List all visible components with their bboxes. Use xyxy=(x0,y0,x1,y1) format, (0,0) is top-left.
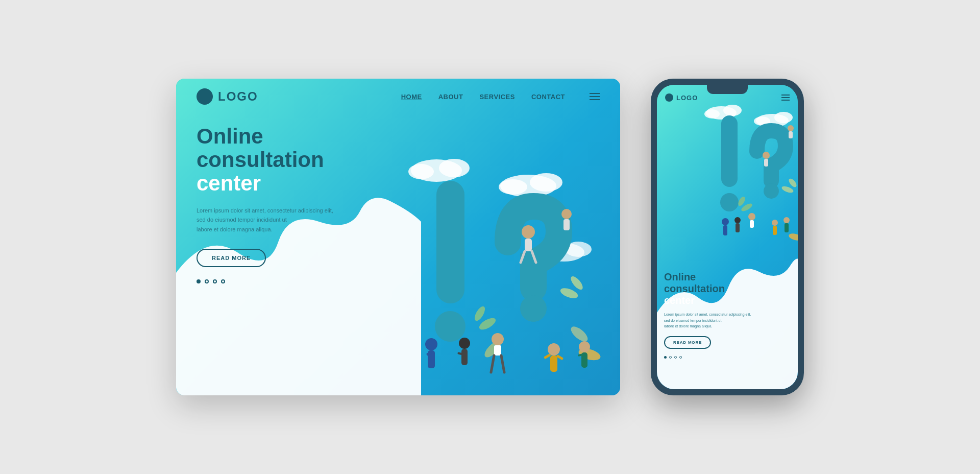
mobile-screen: LOGO xyxy=(657,85,798,389)
svg-rect-57 xyxy=(764,159,768,167)
svg-rect-27 xyxy=(525,239,532,251)
mobile-dot-1[interactable] xyxy=(664,356,667,359)
mobile-carousel-dots xyxy=(664,356,776,359)
mobile-nav-logo: LOGO xyxy=(665,93,781,102)
dot-4[interactable] xyxy=(221,279,225,283)
svg-point-32 xyxy=(579,341,590,352)
carousel-dots xyxy=(197,279,375,283)
nav-link-home[interactable]: HOME xyxy=(401,93,422,101)
svg-rect-61 xyxy=(785,223,789,232)
mobile-logo-text: LOGO xyxy=(676,94,698,102)
desktop-illustration xyxy=(334,140,620,395)
svg-point-62 xyxy=(788,125,794,131)
nav-links: HOME ABOUT SERVICES CONTACT xyxy=(401,93,600,101)
mobile-dot-4[interactable] xyxy=(679,356,682,359)
svg-point-24 xyxy=(492,333,504,345)
svg-point-10 xyxy=(520,295,547,322)
svg-point-26 xyxy=(522,225,535,239)
svg-point-1 xyxy=(439,159,470,177)
desktop-navbar: LOGO HOME ABOUT SERVICES CONTACT xyxy=(176,79,620,114)
svg-rect-43 xyxy=(721,115,738,187)
svg-rect-53 xyxy=(736,223,740,232)
hamburger-menu[interactable] xyxy=(590,93,600,100)
mobile-notch xyxy=(707,85,748,94)
svg-point-54 xyxy=(748,213,755,220)
svg-point-39 xyxy=(704,109,720,118)
svg-point-4 xyxy=(530,173,562,192)
logo-text: LOGO xyxy=(218,89,258,104)
svg-point-52 xyxy=(734,217,741,223)
mobile-dot-2[interactable] xyxy=(669,356,672,359)
svg-point-49 xyxy=(788,177,798,188)
svg-point-9 xyxy=(435,311,465,342)
svg-rect-51 xyxy=(723,225,727,235)
svg-point-2 xyxy=(408,164,434,179)
mobile-hero-content: Online consultation center Lorem ipsum d… xyxy=(664,271,776,359)
desktop-background: LOGO HOME ABOUT SERVICES CONTACT Online … xyxy=(176,79,620,395)
svg-point-12 xyxy=(473,305,487,323)
mobile-hamburger-menu[interactable] xyxy=(781,94,790,101)
mobile-hero-title: Online consultation center xyxy=(664,271,776,306)
desktop-mockup: LOGO HOME ABOUT SERVICES CONTACT Online … xyxy=(176,79,620,395)
dot-1[interactable] xyxy=(197,279,201,283)
svg-point-5 xyxy=(499,179,527,195)
mobile-dot-3[interactable] xyxy=(674,356,677,359)
nav-link-about[interactable]: ABOUT xyxy=(438,93,463,101)
svg-point-18 xyxy=(425,338,437,350)
svg-rect-30 xyxy=(544,353,551,359)
svg-rect-63 xyxy=(789,131,793,138)
svg-point-16 xyxy=(569,324,590,344)
svg-point-60 xyxy=(783,217,790,223)
desktop-hero-content: Online consultation center Lorem ipsum d… xyxy=(197,125,375,283)
mobile-read-more-button[interactable]: READ MORE xyxy=(664,336,711,349)
nav-link-services[interactable]: SERVICES xyxy=(479,93,515,101)
svg-point-48 xyxy=(781,185,794,194)
svg-point-56 xyxy=(763,152,770,159)
svg-rect-55 xyxy=(750,220,754,228)
svg-rect-22 xyxy=(461,349,468,365)
svg-point-14 xyxy=(569,274,584,292)
nav-logo: LOGO xyxy=(197,88,401,105)
svg-point-41 xyxy=(774,112,793,123)
nav-link-contact[interactable]: CONTACT xyxy=(531,93,565,101)
mobile-logo-circle xyxy=(665,93,673,102)
hero-title: Online consultation center xyxy=(197,125,375,196)
svg-point-21 xyxy=(459,338,470,349)
svg-rect-29 xyxy=(550,356,557,372)
mobile-mockup: LOGO xyxy=(651,79,804,395)
svg-rect-25 xyxy=(494,345,501,356)
svg-rect-8 xyxy=(436,181,464,303)
svg-point-64 xyxy=(788,232,798,242)
read-more-button[interactable]: READ MORE xyxy=(197,249,266,267)
svg-point-13 xyxy=(559,286,579,300)
mobile-illustration xyxy=(691,100,798,284)
dot-2[interactable] xyxy=(205,279,209,283)
svg-point-44 xyxy=(720,193,739,211)
svg-rect-36 xyxy=(564,219,570,230)
mobile-hero-description: Lorem ipsum dolor sit amet, consectetur … xyxy=(664,312,766,329)
logo-circle xyxy=(197,88,213,105)
svg-rect-59 xyxy=(773,226,777,235)
svg-point-35 xyxy=(561,209,572,219)
hero-description: Lorem ipsum dolor sit amet, consectetur … xyxy=(197,206,339,234)
svg-point-58 xyxy=(772,220,778,226)
svg-point-45 xyxy=(764,183,779,199)
dot-3[interactable] xyxy=(213,279,217,283)
svg-point-28 xyxy=(548,343,560,356)
svg-point-50 xyxy=(722,218,729,225)
outer-container: LOGO HOME ABOUT SERVICES CONTACT Online … xyxy=(0,0,980,474)
